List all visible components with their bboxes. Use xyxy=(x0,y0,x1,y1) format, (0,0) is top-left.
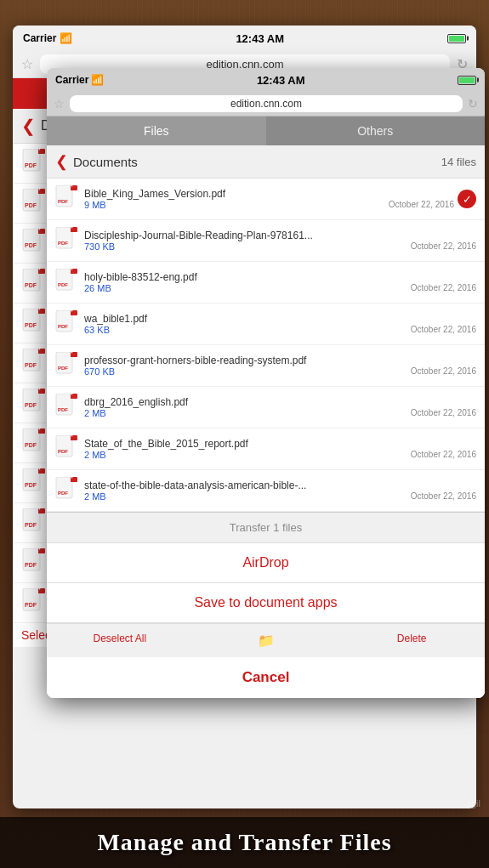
tab-others-front[interactable]: Others xyxy=(266,116,486,145)
svg-rect-18 xyxy=(40,309,45,314)
pdf-icon: PDF xyxy=(55,185,77,213)
svg-rect-66 xyxy=(72,352,77,357)
front-card: Carrier 📶 12:43 AM ☆ edition.cnn.com ↻ F… xyxy=(47,68,485,698)
file-size: 2 MB xyxy=(84,450,106,460)
pdf-icon: PDF xyxy=(21,389,45,417)
file-name: Bible_King_James_Version.pdf xyxy=(84,188,454,200)
pdf-icon: PDF xyxy=(21,149,45,178)
svg-text:PDF: PDF xyxy=(58,407,68,412)
svg-text:PDF: PDF xyxy=(25,562,37,568)
file-name: state-of-the-bible-data-analysis-america… xyxy=(84,479,476,491)
file-date: October 22, 2016 xyxy=(411,325,476,335)
svg-rect-38 xyxy=(40,508,45,513)
status-bar-back: Carrier 📶 12:43 AM xyxy=(13,26,476,51)
file-name: Discipleship-Journal-Bible-Reading-Plan-… xyxy=(84,230,476,241)
delete-button[interactable]: Delete xyxy=(338,629,485,652)
list-item[interactable]: PDF professor-grant-horners-bible-readin… xyxy=(47,345,485,387)
watermark: agil xyxy=(466,798,480,808)
cancel-button[interactable]: Cancel xyxy=(47,657,485,698)
pdf-icon: PDF xyxy=(55,435,77,462)
files-count-front: 14 files xyxy=(441,156,476,168)
file-size: 730 KB xyxy=(84,241,115,252)
svg-rect-6 xyxy=(40,189,45,194)
list-item[interactable]: PDF Bible_King_James_Version.pdf 9 MB Oc… xyxy=(47,179,485,220)
file-info: State_of_the_Bible_2015_report.pdf 2 MB … xyxy=(84,438,476,460)
file-name: dbrg_2016_english.pdf xyxy=(84,396,476,408)
file-info: holy-bible-83512-eng.pdf 26 MB October 2… xyxy=(84,271,476,293)
svg-text:PDF: PDF xyxy=(58,449,68,454)
docs-header-front: ❮ Documents 14 files xyxy=(47,145,485,179)
carrier-back: Carrier 📶 xyxy=(23,32,72,44)
pdf-icon: PDF xyxy=(21,428,45,457)
pdf-icon: PDF xyxy=(55,352,77,379)
refresh-icon-front[interactable]: ↻ xyxy=(468,97,478,111)
save-to-docs-button[interactable]: Save to document apps xyxy=(47,583,485,623)
pdf-icon: PDF xyxy=(55,477,77,504)
pdf-icon: PDF xyxy=(55,227,77,254)
file-date: October 22, 2016 xyxy=(411,366,476,377)
svg-rect-22 xyxy=(40,349,45,354)
pdf-icon: PDF xyxy=(21,588,45,617)
svg-rect-50 xyxy=(72,185,77,190)
file-name: State_of_the_Bible_2015_report.pdf xyxy=(84,438,476,450)
battery-icon-front xyxy=(458,76,476,85)
svg-rect-58 xyxy=(72,269,77,274)
svg-rect-74 xyxy=(72,435,77,440)
file-date: October 22, 2016 xyxy=(411,491,476,502)
pdf-icon: PDF xyxy=(55,269,77,296)
file-info: Discipleship-Journal-Bible-Reading-Plan-… xyxy=(84,230,476,252)
bottom-toolbar: Deselect All 📁 Delete xyxy=(47,623,485,657)
back-chevron-icon-front[interactable]: ❮ xyxy=(55,152,68,171)
time-front: 12:43 AM xyxy=(257,74,305,87)
tab-files-front[interactable]: Files xyxy=(47,116,266,145)
docs-title-front: Documents xyxy=(73,155,441,169)
svg-text:PDF: PDF xyxy=(25,202,37,208)
url-field-front[interactable]: edition.cnn.com xyxy=(70,95,463,112)
svg-text:PDF: PDF xyxy=(58,324,68,329)
pdf-icon: PDF xyxy=(21,349,45,377)
deselect-all-button[interactable]: Deselect All xyxy=(47,629,193,652)
list-item[interactable]: PDF State_of_the_Bible_2015_report.pdf 2… xyxy=(47,428,485,470)
svg-text:PDF: PDF xyxy=(58,199,68,204)
back-chevron-icon-back[interactable]: ❮ xyxy=(21,116,36,136)
svg-text:PDF: PDF xyxy=(25,442,37,448)
svg-text:PDF: PDF xyxy=(25,402,37,408)
bookmark-icon-back[interactable]: ☆ xyxy=(21,56,33,72)
file-size: 9 MB xyxy=(84,200,106,210)
list-item[interactable]: PDF state-of-the-bible-data-analysis-ame… xyxy=(47,470,485,512)
svg-text:PDF: PDF xyxy=(58,366,68,371)
pdf-icon: PDF xyxy=(21,508,45,537)
wifi-icon-front: 📶 xyxy=(91,74,104,86)
bottom-banner: Manage and Transfer Files xyxy=(0,817,489,868)
pdf-icon: PDF xyxy=(21,468,45,497)
banner-text: Manage and Transfer Files xyxy=(97,829,391,856)
pdf-icon: PDF xyxy=(21,229,45,258)
file-size: 2 MB xyxy=(84,408,106,418)
battery-icon-back xyxy=(447,34,466,43)
svg-rect-10 xyxy=(40,229,45,234)
svg-rect-62 xyxy=(72,310,77,315)
bookmark-icon-front[interactable]: ☆ xyxy=(54,97,65,111)
file-info: wa_bible1.pdf 63 KB October 22, 2016 xyxy=(84,313,476,335)
battery-fill-front xyxy=(459,77,475,83)
status-bar-front: Carrier 📶 12:43 AM xyxy=(47,68,485,92)
pdf-icon: PDF xyxy=(21,269,45,298)
airdrop-button[interactable]: AirDrop xyxy=(47,543,485,583)
file-date: October 22, 2016 xyxy=(389,200,454,210)
folder-icon: 📁 xyxy=(196,633,336,649)
svg-text:PDF: PDF xyxy=(58,282,68,287)
file-date: October 22, 2016 xyxy=(411,241,476,252)
list-item[interactable]: PDF Discipleship-Journal-Bible-Reading-P… xyxy=(47,220,485,262)
file-name: wa_bible1.pdf xyxy=(84,313,476,325)
file-size: 63 KB xyxy=(84,325,110,335)
file-info: state-of-the-bible-data-analysis-america… xyxy=(84,479,476,502)
file-info: dbrg_2016_english.pdf 2 MB October 22, 2… xyxy=(84,396,476,418)
list-item[interactable]: PDF holy-bible-83512-eng.pdf 26 MB Octob… xyxy=(47,262,485,304)
svg-rect-26 xyxy=(40,389,45,394)
folder-button[interactable]: 📁 xyxy=(193,629,339,652)
file-size: 26 MB xyxy=(84,283,111,293)
file-name: professor-grant-horners-bible-reading-sy… xyxy=(84,355,476,366)
svg-rect-34 xyxy=(40,468,45,474)
list-item[interactable]: PDF dbrg_2016_english.pdf 2 MB October 2… xyxy=(47,387,485,428)
list-item[interactable]: PDF wa_bible1.pdf 63 KB October 22, 2016 xyxy=(47,304,485,345)
